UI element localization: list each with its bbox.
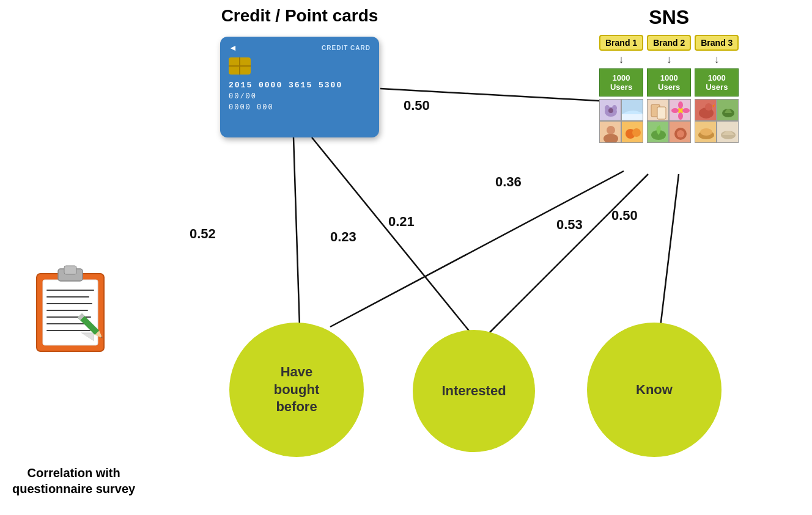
brand-1-img-3 bbox=[599, 121, 621, 143]
svg-line-4 bbox=[489, 174, 648, 333]
circle-have-bought: Haveboughtbefore bbox=[229, 323, 364, 457]
brand-3-img-1 bbox=[695, 99, 717, 121]
credit-card-header: ◄ CREDIT CARD bbox=[229, 43, 371, 53]
brand-1-label: Brand 1 bbox=[599, 35, 643, 51]
svg-rect-12 bbox=[622, 114, 643, 121]
brand-2-users: 1000Users bbox=[647, 68, 691, 97]
credit-card-name: 0000 000 bbox=[229, 103, 371, 112]
sns-brands: Brand 1 ↓ 1000Users bbox=[599, 35, 739, 143]
brand-3-images bbox=[695, 99, 739, 143]
brand-2-column: Brand 2 ↓ 1000Users bbox=[647, 35, 691, 143]
brand-3-users: 1000Users bbox=[695, 68, 739, 97]
svg-rect-21 bbox=[657, 107, 666, 119]
svg-rect-47 bbox=[64, 266, 76, 274]
brand-2-img-2 bbox=[669, 99, 691, 121]
brand-1-arrow-icon: ↓ bbox=[619, 53, 624, 66]
corr-label-050-top: 0.50 bbox=[404, 98, 430, 114]
corr-label-036: 0.36 bbox=[495, 174, 522, 190]
svg-point-25 bbox=[678, 112, 683, 120]
brand-1-images bbox=[599, 99, 643, 143]
credit-card-arrow-icon: ◄ bbox=[229, 43, 237, 53]
corr-label-050-right: 0.50 bbox=[611, 208, 638, 224]
brand-3-label: Brand 3 bbox=[695, 35, 739, 51]
brand-1-img-1 bbox=[599, 99, 621, 121]
brand-1-img-4 bbox=[621, 121, 643, 143]
brand-2-img-4 bbox=[669, 121, 691, 143]
svg-point-41 bbox=[700, 128, 712, 136]
brand-2-images bbox=[647, 99, 691, 143]
credit-section-title: Credit / Point cards bbox=[208, 6, 391, 26]
sns-title: SNS bbox=[599, 6, 739, 29]
brand-2-img-3 bbox=[647, 121, 669, 143]
svg-line-5 bbox=[660, 174, 679, 327]
brand-1-img-2 bbox=[621, 99, 643, 121]
corr-label-053: 0.53 bbox=[556, 217, 583, 233]
main-container: Credit / Point cards ◄ CREDIT CARD 2015 … bbox=[0, 0, 812, 515]
svg-point-35 bbox=[705, 103, 712, 111]
brand-2-img-1 bbox=[647, 99, 669, 121]
brand-1-users: 1000Users bbox=[599, 68, 643, 97]
svg-point-32 bbox=[677, 130, 684, 137]
sns-section: SNS Brand 1 ↓ 1000Users bbox=[599, 6, 739, 143]
svg-point-10 bbox=[608, 108, 613, 113]
credit-card-number: 2015 0000 3615 5300 bbox=[229, 81, 371, 90]
svg-line-3 bbox=[330, 171, 624, 327]
svg-point-24 bbox=[678, 101, 683, 109]
corr-label-023: 0.23 bbox=[330, 229, 356, 245]
svg-point-27 bbox=[682, 108, 690, 113]
credit-card-label: CREDIT CARD bbox=[322, 45, 371, 51]
correlation-label: Correlation withquestionnaire survey bbox=[12, 465, 135, 497]
svg-point-18 bbox=[632, 128, 641, 137]
brand-3-img-3 bbox=[695, 121, 717, 143]
brand-3-arrow-icon: ↓ bbox=[714, 53, 720, 66]
corr-label-052: 0.52 bbox=[190, 226, 216, 242]
svg-point-26 bbox=[671, 108, 679, 113]
circle-know: Know bbox=[587, 323, 722, 457]
brand-3-column: Brand 3 ↓ 1000Users bbox=[695, 35, 739, 143]
credit-card-expiry: 00/00 bbox=[229, 92, 371, 101]
brand-3-img-4 bbox=[717, 121, 739, 143]
svg-line-1 bbox=[293, 137, 300, 327]
circle-interested: Interested bbox=[413, 330, 535, 452]
brand-1-column: Brand 1 ↓ 1000Users bbox=[599, 35, 643, 143]
brand-2-arrow-icon: ↓ bbox=[666, 53, 672, 66]
svg-point-14 bbox=[607, 126, 615, 134]
brand-2-label: Brand 2 bbox=[647, 35, 691, 51]
corr-label-021: 0.21 bbox=[388, 214, 415, 230]
clipboard-icon bbox=[34, 263, 107, 357]
credit-card: ◄ CREDIT CARD 2015 0000 3615 5300 00/00 … bbox=[220, 37, 379, 137]
credit-card-chip bbox=[229, 57, 251, 75]
brand-3-img-2 bbox=[717, 99, 739, 121]
